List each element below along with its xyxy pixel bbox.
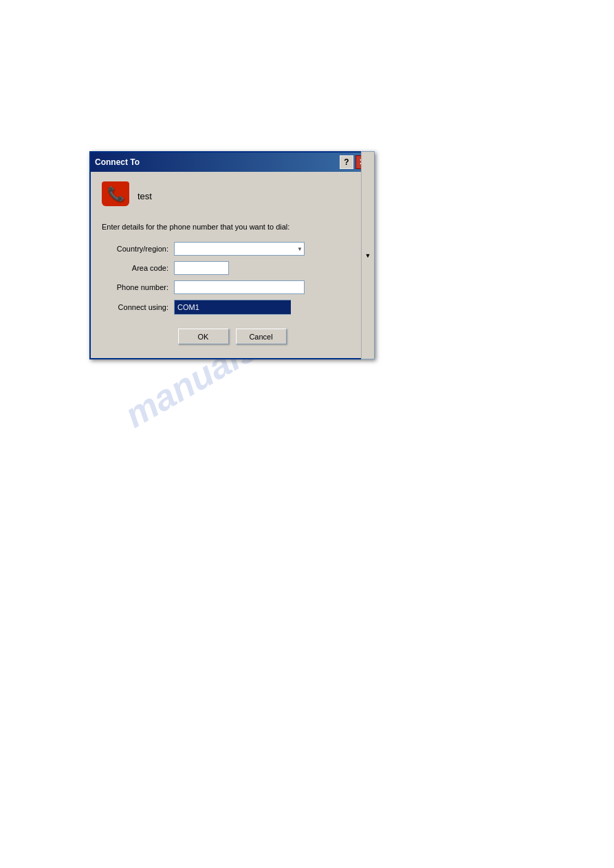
- country-row: Country/region:: [102, 242, 362, 256]
- connect-using-label: Connect using:: [102, 303, 174, 311]
- title-bar: Connect To ? ✕: [91, 153, 373, 172]
- phone-icon: [102, 181, 131, 210]
- connect-using-dropdown-btn[interactable]: ▼: [361, 151, 375, 359]
- ok-button[interactable]: OK: [178, 329, 229, 344]
- connect-to-dialog: Connect To ? ✕ test Enter details for th…: [89, 151, 375, 359]
- connection-name-label: test: [138, 191, 152, 201]
- phone-number-label: Phone number:: [102, 283, 174, 291]
- cancel-button[interactable]: Cancel: [236, 329, 287, 344]
- help-button[interactable]: ?: [340, 155, 353, 169]
- connect-using-control[interactable]: COM1 ▼: [174, 300, 291, 315]
- dialog-title: Connect To: [95, 157, 140, 167]
- dialog-wrapper: Connect To ? ✕ test Enter details for th…: [89, 151, 375, 359]
- buttons-row: OK Cancel: [102, 329, 362, 344]
- connect-using-display: COM1: [174, 300, 291, 315]
- country-label: Country/region:: [102, 245, 174, 253]
- country-select-wrapper[interactable]: [174, 242, 305, 256]
- area-code-row: Area code:: [102, 261, 362, 275]
- area-code-label: Area code:: [102, 264, 174, 272]
- phone-icon-graphic: [102, 181, 129, 206]
- dialog-content: test Enter details for the phone number …: [91, 172, 373, 358]
- icon-row: test: [102, 181, 362, 210]
- country-select[interactable]: [174, 242, 305, 256]
- phone-number-input[interactable]: [174, 280, 305, 294]
- connect-using-row: Connect using: COM1 ▼: [102, 300, 362, 315]
- phone-number-row: Phone number:: [102, 280, 362, 294]
- area-code-input[interactable]: [174, 261, 229, 275]
- description-text: Enter details for the phone number that …: [102, 223, 362, 231]
